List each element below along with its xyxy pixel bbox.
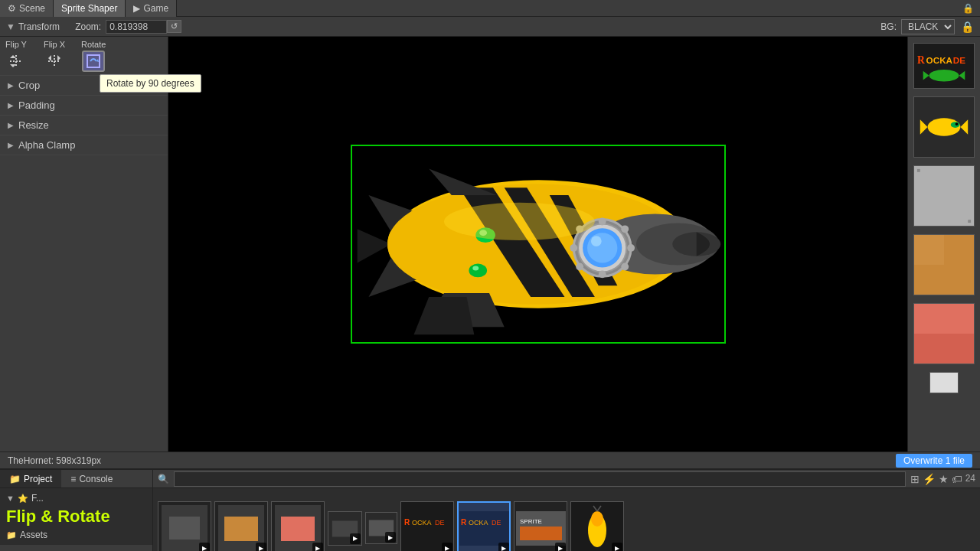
svg-point-23 [598, 270, 606, 278]
play-5[interactable]: ▶ [385, 532, 396, 543]
asset-7-icon: R OCKA DE [459, 511, 509, 546]
svg-point-42 [929, 70, 959, 82]
rotate-icon [82, 51, 105, 72]
tree-item-favorites[interactable]: ▼ ⭐ F... [3, 491, 149, 505]
menu-item-padding[interactable]: ▶ Padding [0, 96, 168, 116]
right-panel: R OCKA DE [907, 37, 980, 452]
asset-item-2[interactable]: ▶ [214, 501, 268, 551]
rotate-label: Rotate [81, 40, 106, 49]
svg-point-29 [590, 236, 601, 246]
lock-button[interactable]: 🔒 [961, 21, 974, 33]
grey-swatch-icon [914, 165, 974, 227]
asset-search-row: 🔍 ⊞ ⚡ ★ 🏷 24 [153, 470, 980, 488]
asset-item-9[interactable]: ▶ [570, 501, 624, 551]
bg-label: BG: [880, 21, 897, 32]
star-filter-icon[interactable]: ★ [939, 473, 949, 485]
filter-icon[interactable]: ⚡ [923, 473, 936, 485]
flip-x-button[interactable]: Flip X [43, 40, 66, 72]
toolbar: ▼ Transform Zoom: ↺ BG: BLACK WHITE GREY… [0, 17, 980, 37]
lock-icon: 🔒 [962, 3, 974, 14]
menu-item-resize[interactable]: ▶ Resize [0, 116, 168, 135]
bg-select[interactable]: BLACK WHITE GREY [901, 19, 955, 34]
play-9[interactable]: ▶ [612, 543, 622, 551]
svg-point-37 [443, 203, 594, 240]
flip-rotate-label: Flip & Rotate [6, 507, 110, 527]
svg-text:DE: DE [953, 55, 965, 65]
overwrite-button[interactable]: Overwrite 1 file [896, 454, 972, 468]
asset-item-3[interactable]: ▶ [271, 501, 325, 551]
svg-point-33 [472, 266, 479, 271]
svg-rect-53 [968, 220, 971, 223]
asset-item-5[interactable]: ▶ [365, 512, 397, 544]
project-tree: ▼ ⭐ F... Flip & Rotate 📁 Assets [0, 488, 153, 545]
svg-rect-51 [914, 166, 974, 226]
asset-6-icon: R OCKA DE [403, 511, 452, 546]
svg-text:OCKA: OCKA [469, 519, 488, 527]
flip-y-button[interactable]: Flip Y [5, 40, 28, 72]
flip-x-label: Flip X [44, 40, 65, 49]
asset-item-8[interactable]: SPRITE ▶ [514, 501, 567, 551]
canvas-area[interactable] [168, 37, 907, 452]
tree-item-flip-rotate[interactable]: Flip & Rotate [3, 505, 149, 528]
asset-search-input[interactable] [174, 471, 906, 487]
zoom-label: Zoom: [75, 21, 101, 32]
asset-item-1[interactable]: ▶ [158, 501, 211, 551]
svg-rect-72 [459, 511, 509, 546]
flip-x-icon [43, 51, 66, 72]
transform-arrow: ▼ [6, 21, 15, 32]
transform-label: Transform [18, 21, 60, 32]
label-icon[interactable]: 🏷 [952, 473, 962, 485]
salmon-swatch-icon [914, 303, 974, 364]
svg-text:R: R [917, 54, 925, 66]
svg-rect-63 [281, 517, 315, 541]
svg-rect-55 [914, 235, 944, 265]
tab-sprite-shaper[interactable]: Sprite Shaper [54, 0, 126, 17]
thumb-rockade-logo[interactable]: R OCKA DE [913, 43, 975, 89]
play-2[interactable]: ▶ [256, 543, 266, 551]
svg-point-49 [951, 122, 960, 128]
thumb-grey[interactable] [913, 165, 975, 227]
view-icon[interactable]: ⊞ [910, 473, 920, 485]
asset-item-4[interactable]: ▶ [328, 511, 362, 546]
svg-rect-52 [917, 169, 920, 172]
tab-scene[interactable]: ⚙ Scene [0, 0, 54, 17]
status-bar: TheHornet: 598x319px Overwrite 1 file [0, 452, 980, 468]
rotate-button[interactable]: Rotate [81, 40, 106, 72]
tab-game[interactable]: ▶ Game [126, 0, 177, 17]
play-4[interactable]: ▶ [350, 533, 361, 544]
flip-y-icon [5, 51, 28, 72]
asset-item-7[interactable]: R OCKA DE ▶ [457, 501, 511, 551]
search-icon: 🔍 [158, 474, 169, 484]
resize-arrow: ▶ [8, 121, 14, 129]
assets-icon: 📁 [6, 530, 17, 540]
asset-item-6[interactable]: R OCKA DE ▶ [400, 501, 454, 551]
play-8[interactable]: ▶ [555, 543, 566, 551]
svg-point-50 [956, 122, 959, 126]
tree-item-assets[interactable]: 📁 Assets [3, 528, 149, 542]
tooltip-rotate: Rotate by 90 degrees [100, 74, 201, 93]
svg-point-24 [576, 263, 583, 271]
play-6[interactable]: ▶ [442, 543, 452, 551]
hornet-sprite [352, 146, 724, 342]
play-3[interactable]: ▶ [312, 543, 323, 551]
svg-point-19 [598, 218, 606, 226]
thumb-fish[interactable] [913, 96, 975, 158]
svg-rect-78 [520, 527, 562, 540]
tab-project[interactable]: 📁 Project [0, 470, 61, 487]
tab-console[interactable]: ≡ Console [61, 470, 122, 487]
play-7[interactable]: ▶ [498, 543, 509, 551]
svg-marker-1 [10, 64, 16, 67]
play-1[interactable]: ▶ [199, 543, 210, 551]
svg-marker-2 [48, 55, 51, 61]
zoom-input[interactable] [106, 20, 167, 34]
zoom-reset-button[interactable]: ↺ [167, 20, 181, 33]
thumb-brown[interactable] [913, 234, 975, 295]
svg-point-81 [591, 511, 603, 527]
svg-text:SPRITE: SPRITE [520, 518, 542, 525]
menu-item-alpha-clamp[interactable]: ▶ Alpha Clamp [0, 135, 168, 155]
brown-swatch-icon [914, 234, 974, 295]
thumb-white-small[interactable] [929, 372, 959, 393]
svg-text:R: R [461, 518, 467, 527]
thumb-salmon[interactable] [913, 303, 975, 364]
flip-y-label: Flip Y [5, 40, 27, 49]
